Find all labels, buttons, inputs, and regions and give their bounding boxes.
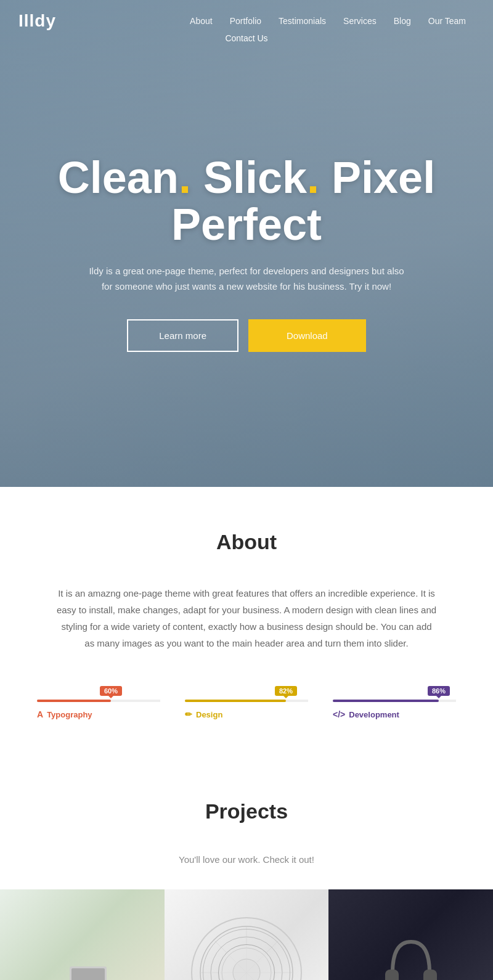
nav-links: About Portfolio Testimonials Services Bl… (181, 11, 475, 31)
hero-title: Clean. Slick. Pixel Perfect (58, 155, 435, 248)
svg-rect-17 (423, 970, 437, 980)
skill-label-design: ✏ Design (185, 709, 308, 719)
nav-services[interactable]: Services (335, 11, 385, 31)
hero-section: Illdy About Portfolio Testimonials Servi… (0, 0, 493, 487)
download-button[interactable]: Download (248, 319, 366, 352)
svg-line-15 (214, 940, 279, 980)
skill-label-typography: A Typography (37, 709, 160, 719)
skill-badge-development: 86% (428, 686, 450, 696)
project-tile-1[interactable] (0, 889, 165, 980)
skill-badge-design: 82% (275, 686, 297, 696)
nav-testimonials[interactable]: Testimonials (270, 11, 335, 31)
skill-name-development: Development (349, 710, 399, 719)
skill-name-typography: Typography (47, 710, 92, 719)
hero-buttons: Learn more Download (127, 319, 365, 352)
circular-pattern (197, 923, 296, 980)
skill-label-development: </> Development (333, 709, 456, 719)
project-tile-2[interactable] (165, 889, 329, 980)
hero-content: Clean. Slick. Pixel Perfect Ildy is a gr… (0, 57, 493, 487)
skill-fill-development (333, 700, 439, 702)
logo[interactable]: Illdy (18, 11, 56, 31)
projects-section: Projects You'll love our work. Check it … (0, 756, 493, 980)
skills-grid: 60% A Typography 82% ✏ Design 86% (37, 682, 456, 719)
hero-title-line2: Perfect (171, 200, 322, 249)
skill-design: 82% ✏ Design (185, 682, 308, 719)
typography-icon: A (37, 709, 43, 719)
nav-blog[interactable]: Blog (385, 11, 420, 31)
navigation: Illdy About Portfolio Testimonials Servi… (0, 0, 493, 57)
nav-our-team[interactable]: Our Team (420, 11, 475, 31)
projects-subtitle: You'll love our work. Check it out! (0, 854, 493, 865)
project-image-3 (368, 923, 454, 980)
skill-bar-design: 82% (185, 700, 308, 702)
skill-development: 86% </> Development (333, 682, 456, 719)
nav-about[interactable]: About (181, 11, 221, 31)
svg-line-14 (214, 940, 279, 980)
svg-point-10 (222, 948, 271, 980)
svg-point-8 (200, 926, 293, 980)
hero-title-line1: Clean. Slick. Pixel (58, 153, 435, 202)
projects-title: Projects (0, 799, 493, 823)
project-tile-3[interactable] (328, 889, 493, 980)
nav-portfolio[interactable]: Portfolio (221, 11, 270, 31)
project-image-2 (191, 917, 302, 980)
hero-subtitle: Ildy is a great one-page theme, perfect … (86, 263, 407, 295)
skill-bar-development: 86% (333, 700, 456, 702)
svg-rect-16 (385, 970, 399, 980)
about-section: About It is an amazng one-page theme wit… (0, 487, 493, 756)
development-icon: </> (333, 709, 345, 719)
svg-point-11 (233, 959, 260, 980)
skill-typography: 60% A Typography (37, 682, 160, 719)
skill-fill-typography (37, 700, 111, 702)
about-title: About (37, 530, 456, 554)
projects-grid (0, 889, 493, 980)
skill-badge-typography: 60% (100, 686, 122, 696)
skill-bar-typography: 60% (37, 700, 160, 702)
nav-contact[interactable]: Contact Us (216, 31, 276, 46)
svg-rect-2 (71, 968, 105, 980)
svg-point-9 (211, 937, 282, 980)
skill-name-design: Design (196, 710, 222, 719)
project-image-1 (39, 936, 125, 980)
design-icon: ✏ (185, 709, 192, 719)
nav-second-row: Contact Us (18, 31, 475, 46)
skill-fill-design (185, 700, 286, 702)
about-text: It is an amazng one-page theme with grea… (55, 585, 438, 651)
learn-more-button[interactable]: Learn more (127, 319, 238, 352)
